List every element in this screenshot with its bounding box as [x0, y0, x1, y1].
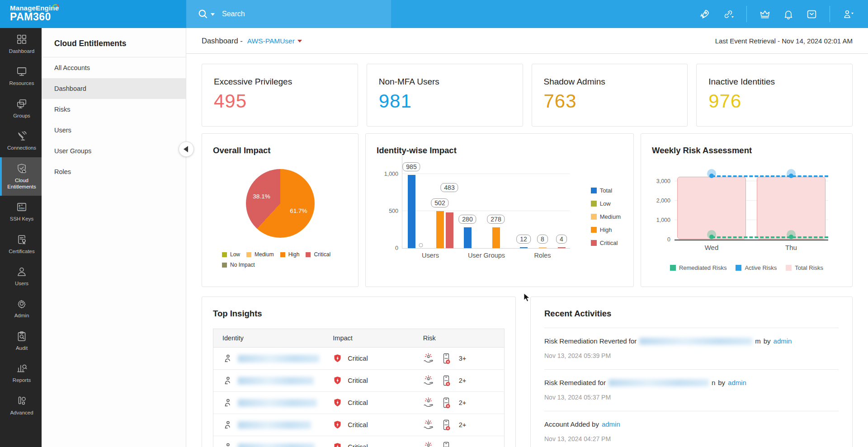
remediated-risks-point-wed[interactable]	[709, 235, 714, 239]
total-risks-bar-thu[interactable]	[757, 177, 826, 239]
connector-text: by	[718, 379, 725, 386]
user-menu-icon[interactable]	[842, 9, 854, 20]
y-tick-label: 500	[389, 208, 398, 214]
connector-text: by	[764, 337, 771, 345]
bar-roles-medium[interactable]	[539, 247, 547, 248]
users-icon	[3, 266, 41, 278]
table-row[interactable]: Critical3+	[213, 348, 504, 370]
global-search-input[interactable]: Search	[186, 0, 391, 28]
sidebar-item-cloud-entitlements[interactable]: Cloud Entitlements	[0, 157, 42, 196]
bar-roles-critical[interactable]	[558, 247, 566, 248]
stat-label: Inactive Identities	[708, 77, 852, 87]
x-category-thu: Thu	[785, 244, 797, 251]
legend-total[interactable]: Total	[591, 187, 621, 194]
bar-users-total[interactable]	[408, 175, 415, 248]
table-row[interactable]: Critical2+	[213, 392, 504, 414]
person-icon	[222, 353, 232, 363]
active-risks-point-thu[interactable]	[789, 174, 793, 178]
mail-icon[interactable]	[806, 9, 817, 20]
sidebar-item-groups[interactable]: Groups	[0, 93, 42, 125]
legend-low[interactable]: Low	[591, 200, 621, 207]
password-blocked-icon	[441, 397, 452, 409]
subnav-item-users[interactable]: Users	[42, 120, 186, 141]
account-selector[interactable]: AWS-PAMUser	[247, 37, 295, 45]
legend-no-impact[interactable]: No Impact	[222, 262, 255, 268]
stat-card-non-mfa-users[interactable]: Non-MFA Users981	[367, 64, 523, 127]
crown-icon[interactable]	[759, 9, 771, 20]
sidebar-item-dashboard[interactable]: Dashboard	[0, 28, 42, 60]
sidebar-item-ssh-keys[interactable]: SSHSSH Keys	[0, 196, 42, 228]
redacted-identity	[238, 399, 317, 407]
password-blocked-icon	[441, 441, 452, 447]
table-row[interactable]: Critical	[213, 436, 504, 447]
legend-low[interactable]: Low	[222, 251, 240, 258]
subnav-item-all-accounts[interactable]: All Accounts	[42, 57, 186, 78]
table-row[interactable]: Critical2+	[213, 370, 504, 392]
active-risks-point-wed[interactable]	[709, 174, 714, 178]
risk-cell: 3+	[414, 353, 504, 365]
sidebar-item-reports[interactable]: Reports	[0, 357, 42, 389]
stat-card-excessive-privileges[interactable]: Excessive Privileges495	[202, 64, 358, 127]
legend-active-risks[interactable]: Active Risks	[736, 264, 777, 271]
impact-cell: Critical	[324, 398, 414, 408]
legend-high[interactable]: High	[591, 226, 621, 233]
cloud-icon	[3, 163, 41, 174]
table-row[interactable]: Critical2+	[213, 414, 504, 436]
sidebar-item-audit[interactable]: Audit	[0, 325, 42, 357]
legend-high[interactable]: High	[280, 251, 300, 258]
activity-user-link[interactable]: admin	[774, 337, 792, 345]
activity-user-link[interactable]: admin	[728, 379, 746, 386]
legend-swatch	[591, 201, 597, 207]
risk-cell: 2+	[414, 419, 504, 431]
collapse-sidebar-button[interactable]	[179, 141, 194, 157]
legend-swatch	[786, 265, 792, 271]
legend-remediated-risks[interactable]: Remediated Risks	[670, 264, 727, 271]
groups-icon	[3, 98, 41, 110]
legend-label: Low	[230, 251, 240, 258]
legend-medium[interactable]: Medium	[246, 251, 274, 258]
subnav-item-user-groups[interactable]: User Groups	[42, 141, 186, 161]
sidebar-item-connections[interactable]: Connections	[0, 125, 42, 157]
total-risks-bar-wed[interactable]	[677, 177, 746, 239]
legend-medium[interactable]: Medium	[591, 213, 621, 220]
remediated-risks-point-thu[interactable]	[789, 235, 793, 239]
sidebar-item-resources[interactable]: Resources	[0, 60, 42, 92]
recent-activities-card: Recent Activities Risk Remediation Rever…	[530, 296, 853, 447]
quick-links-icon[interactable]	[722, 9, 734, 20]
bar-users-high[interactable]	[436, 211, 444, 248]
subnav-item-risks[interactable]: Risks	[42, 99, 186, 120]
sidebar-item-users[interactable]: Users	[0, 260, 42, 292]
bar-user-groups-high[interactable]	[492, 227, 500, 248]
primary-sidebar: DashboardResourcesGroupsConnectionsCloud…	[0, 28, 42, 447]
access-alert-icon	[423, 353, 435, 365]
legend-critical[interactable]: Critical	[306, 251, 330, 258]
audit-icon	[3, 330, 41, 342]
overall-impact-pie[interactable]: 61.7%38.1%	[246, 169, 315, 238]
bar-users-critical[interactable]	[446, 212, 453, 248]
legend-critical[interactable]: Critical	[591, 240, 621, 246]
x-category-wed: Wed	[705, 244, 719, 251]
bar-user-groups-total[interactable]	[464, 227, 472, 248]
legend-label: Total Risks	[795, 264, 823, 271]
sidebar-item-admin[interactable]: Admin	[0, 292, 42, 325]
critical-shield-icon	[333, 442, 342, 447]
sidebar-item-certificates[interactable]: Certificates	[0, 228, 42, 260]
account-caret-icon	[297, 40, 302, 42]
gridline	[402, 211, 570, 211]
stat-card-shadow-admins[interactable]: Shadow Admins763	[532, 64, 688, 127]
brand-logo[interactable]: ManageEngine PAM360	[0, 0, 186, 28]
notifications-bell-icon[interactable]	[783, 9, 794, 20]
rocket-icon[interactable]	[699, 9, 710, 20]
legend-total-risks[interactable]: Total Risks	[786, 264, 823, 271]
marker-low[interactable]	[419, 243, 423, 247]
stat-label: Excessive Privileges	[214, 77, 358, 87]
legend-swatch	[222, 252, 227, 257]
sidebar-item-advanced[interactable]: Advanced	[0, 390, 42, 422]
critical-shield-icon	[333, 353, 342, 363]
subnav-item-roles[interactable]: Roles	[42, 161, 186, 182]
x-category-roles: Roles	[534, 252, 551, 259]
activity-user-link[interactable]: admin	[602, 420, 620, 428]
bar-roles-total[interactable]	[520, 247, 528, 248]
stat-card-inactive-identities[interactable]: Inactive Identities976	[696, 64, 853, 127]
subnav-item-dashboard[interactable]: Dashboard	[42, 78, 186, 99]
